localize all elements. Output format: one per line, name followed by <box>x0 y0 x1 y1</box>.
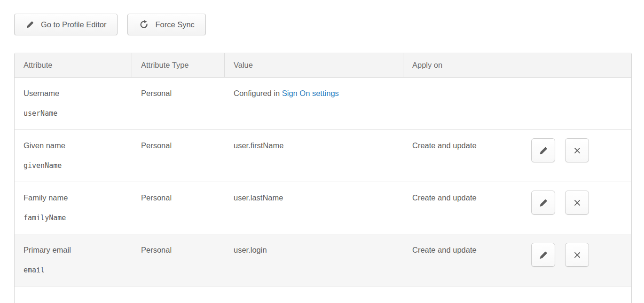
edit-attribute-button[interactable] <box>531 138 555 162</box>
attribute-type-cell: Personal <box>132 78 225 129</box>
attribute-mappings-page: Go to Profile Editor Force Sync Attribut… <box>0 0 644 303</box>
value-cell: Configured in Sign On settings <box>225 78 403 129</box>
attribute-type-cell: Personal <box>132 182 225 234</box>
pencil-icon <box>538 198 549 208</box>
row-actions <box>522 182 631 234</box>
attribute-label: Given name <box>24 141 127 150</box>
value-cell: user.login <box>225 234 403 286</box>
row-actions <box>522 234 631 286</box>
edit-attribute-button[interactable] <box>531 243 555 267</box>
table-row: Primary email email Personal user.login … <box>15 234 631 287</box>
value-text: user.lastName <box>234 193 283 202</box>
table-row: Family name familyName Personal user.las… <box>15 182 631 234</box>
refresh-icon <box>139 19 149 30</box>
force-sync-label: Force Sync <box>155 20 194 29</box>
column-header-attribute: Attribute <box>15 53 132 77</box>
column-header-attribute-type: Attribute Type <box>132 53 225 77</box>
value-cell: user.firstName <box>225 130 403 182</box>
apply-on-cell <box>403 78 522 129</box>
attribute-variable-name: givenName <box>24 161 127 170</box>
attribute-mappings-table: Attribute Attribute Type Value Apply on … <box>14 53 632 303</box>
x-icon <box>572 250 582 260</box>
value-cell: user.lastName <box>225 182 403 234</box>
x-icon <box>572 198 582 208</box>
attribute-type-cell: Personal <box>132 234 225 286</box>
attribute-variable-name: email <box>24 266 127 274</box>
attribute-cell: Username userName <box>15 78 132 129</box>
table-row: Given name givenName Personal user.first… <box>15 130 631 182</box>
attribute-label: Family name <box>24 193 127 202</box>
delete-attribute-button[interactable] <box>565 138 589 162</box>
attribute-label: Primary email <box>24 246 127 255</box>
column-header-apply-on: Apply on <box>403 53 522 77</box>
table-row-partial <box>15 287 631 303</box>
attribute-type-cell: Personal <box>132 130 225 182</box>
value-text: user.firstName <box>234 141 283 150</box>
apply-on-cell: Create and update <box>403 130 522 182</box>
force-sync-button[interactable]: Force Sync <box>127 14 205 35</box>
table-row: Username userName Personal Configured in… <box>15 78 631 130</box>
attribute-cell: Given name givenName <box>15 130 132 182</box>
go-to-profile-editor-button[interactable]: Go to Profile Editor <box>14 14 118 35</box>
attribute-label: Username <box>24 89 127 98</box>
column-header-actions <box>522 53 631 77</box>
apply-on-cell: Create and update <box>403 182 522 234</box>
pencil-icon <box>538 250 549 260</box>
row-actions <box>522 130 631 182</box>
pencil-icon <box>538 145 549 156</box>
apply-on-cell: Create and update <box>403 234 522 286</box>
column-header-value: Value <box>225 53 403 77</box>
table-header-row: Attribute Attribute Type Value Apply on <box>15 53 631 78</box>
sign-on-settings-link[interactable]: Sign On settings <box>282 89 339 97</box>
go-to-profile-editor-label: Go to Profile Editor <box>41 20 106 29</box>
edit-attribute-button[interactable] <box>531 191 555 215</box>
attribute-table-body: Username userName Personal Configured in… <box>15 78 631 287</box>
attribute-cell: Family name familyName <box>15 182 132 234</box>
delete-attribute-button[interactable] <box>565 191 589 215</box>
toolbar: Go to Profile Editor Force Sync <box>14 14 632 35</box>
attribute-cell: Primary email email <box>15 234 132 286</box>
value-text: Configured in <box>234 89 282 97</box>
delete-attribute-button[interactable] <box>565 243 589 267</box>
value-text: user.login <box>234 246 267 254</box>
attribute-variable-name: userName <box>24 109 127 118</box>
pencil-icon <box>25 20 35 29</box>
x-icon <box>572 145 582 156</box>
attribute-variable-name: familyName <box>24 214 127 222</box>
